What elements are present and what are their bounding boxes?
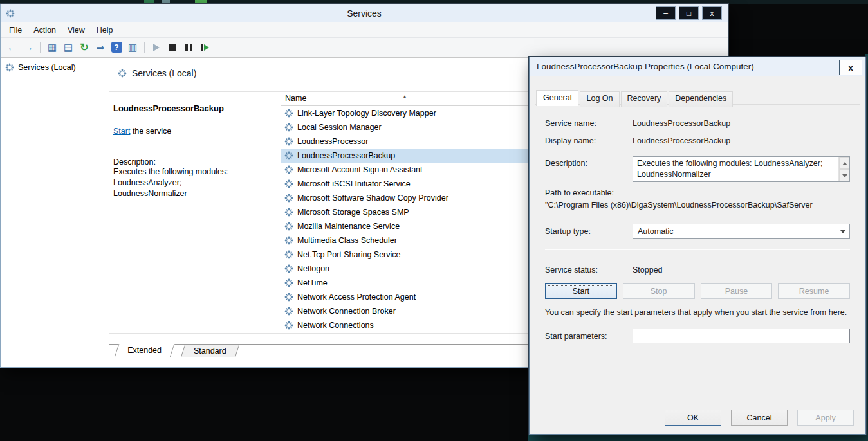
dialog-tab-strip: General Log On Recovery Dependencies <box>530 90 865 106</box>
apply-button: Apply <box>797 410 854 426</box>
service-name-value: LoudnessProcessorBackup <box>633 119 730 128</box>
start-service-link[interactable]: Start <box>113 127 130 136</box>
menu-help[interactable]: Help <box>91 24 119 37</box>
pane-header-title: Services (Local) <box>132 68 196 78</box>
service-name-label: Net.Tcp Port Sharing Service <box>297 250 401 259</box>
refresh-button[interactable]: ↻ <box>77 40 92 55</box>
dialog-footer-buttons: OK Cancel Apply <box>665 410 854 426</box>
properties-dialog: LoudnessProcessorBackup Properties (Loca… <box>529 57 866 435</box>
description-label: Description: <box>113 158 275 166</box>
service-gear-icon <box>284 194 293 203</box>
service-gear-icon <box>284 307 293 316</box>
service-detail-panel: LoudnessProcessorBackup Start the servic… <box>109 92 281 333</box>
window-title: Services <box>1 8 728 19</box>
export-list-icon: ⇒ <box>97 42 105 53</box>
dialog-titlebar[interactable]: LoudnessProcessorBackup Properties (Loca… <box>530 57 865 76</box>
back-button[interactable]: ← <box>5 40 20 55</box>
start-service-line: Start the service <box>113 127 275 136</box>
cancel-button[interactable]: Cancel <box>731 410 788 426</box>
separator-line <box>545 249 850 250</box>
close-button[interactable]: x <box>702 6 722 20</box>
help-button[interactable]: ? <box>109 40 124 55</box>
console-tree-icon: ▦ <box>48 42 57 53</box>
tab-recovery[interactable]: Recovery <box>621 91 668 107</box>
display-name-label: Display name: <box>545 136 633 145</box>
display-name-value: LoudnessProcessorBackup <box>633 136 730 145</box>
extended-view-button[interactable]: ▥ <box>125 40 140 55</box>
tab-dependencies[interactable]: Dependencies <box>669 91 733 107</box>
service-gear-icon <box>284 179 293 188</box>
pause-button: Pause <box>701 283 773 299</box>
show-console-tree-button[interactable]: ▦ <box>44 40 60 55</box>
service-gear-icon <box>284 292 293 302</box>
startup-type-value: Automatic <box>638 227 674 236</box>
description-text: Executes the following modules: Loudness… <box>633 157 838 181</box>
services-window-titlebar[interactable]: Services – □ x <box>1 4 728 22</box>
window-controls: – □ x <box>656 6 722 20</box>
sort-ascending-icon: ▲ <box>402 94 407 100</box>
service-name-label: Link-Layer Topology Discovery Mapper <box>297 109 436 118</box>
ok-button[interactable]: OK <box>665 410 721 426</box>
tab-general[interactable]: General <box>536 90 578 106</box>
stop-icon <box>169 44 176 51</box>
tab-standard-label: Standard <box>194 346 226 356</box>
stop-service-button[interactable] <box>165 40 180 55</box>
service-gear-icon <box>284 208 293 217</box>
services-header-icon <box>118 69 127 78</box>
service-gear-icon <box>284 236 293 245</box>
help-icon: ? <box>111 42 122 53</box>
toolbar: ← → ▦ ▤ ↻ ⇒ ? ▥ <box>1 38 728 57</box>
service-status-label: Service status: <box>545 266 633 274</box>
tab-log-on[interactable]: Log On <box>580 91 619 107</box>
service-gear-icon <box>284 123 293 132</box>
tab-extended[interactable]: Extended <box>115 344 175 357</box>
service-gear-icon <box>284 109 293 118</box>
service-gear-icon <box>284 137 293 146</box>
tree-item-services-local[interactable]: Services (Local) <box>1 61 107 74</box>
maximize-icon: □ <box>687 10 691 17</box>
service-gear-icon <box>284 165 293 174</box>
service-gear-icon <box>284 321 293 330</box>
service-name-label: NetTime <box>297 278 328 287</box>
service-name-label: Microsoft Software Shadow Copy Provider <box>297 194 448 203</box>
service-name-label: Microsoft Storage Spaces SMP <box>297 208 409 217</box>
maximize-button[interactable]: □ <box>679 6 699 20</box>
startup-type-dropdown[interactable]: Automatic <box>633 224 850 239</box>
pause-icon <box>185 44 192 51</box>
scroll-down-icon[interactable] <box>839 169 849 181</box>
start-service-button[interactable] <box>149 40 164 55</box>
forward-button[interactable]: → <box>21 40 36 55</box>
description-line: Executes the following modules: <box>113 166 275 177</box>
tab-standard[interactable]: Standard <box>181 345 239 357</box>
general-tab-page: Service name: LoudnessProcessorBackup Di… <box>535 104 860 406</box>
pause-service-button[interactable] <box>181 40 196 55</box>
service-name-label: Local Session Manager <box>297 123 382 132</box>
dialog-close-button[interactable]: x <box>839 60 862 75</box>
description-label: Description: <box>545 156 633 168</box>
refresh-icon: ↻ <box>80 41 88 53</box>
dialog-title: LoudnessProcessorBackup Properties (Loca… <box>537 62 754 71</box>
service-gear-icon <box>284 222 293 231</box>
menu-action[interactable]: Action <box>28 24 62 37</box>
desktop-bottom-edge <box>528 435 868 441</box>
menu-view[interactable]: View <box>62 24 91 37</box>
export-list-button[interactable]: ⇒ <box>93 40 108 55</box>
description-line: LoudnessNormalizer <box>113 188 275 199</box>
start-parameters-hint: You can specify the start parameters tha… <box>545 307 855 318</box>
restart-service-button[interactable] <box>197 40 212 55</box>
extended-view-icon: ▥ <box>128 42 137 53</box>
toolbar-separator <box>40 42 41 53</box>
description-textbox[interactable]: Executes the following modules: Loudness… <box>633 156 850 182</box>
start-parameters-input[interactable] <box>633 328 850 343</box>
forward-icon: → <box>23 41 34 54</box>
path-value: "C:\Program Files (x86)\DigaSystem\Loudn… <box>545 201 850 210</box>
service-name-label: Network Connection Broker <box>297 307 396 316</box>
scroll-up-icon[interactable] <box>839 157 849 169</box>
menu-file[interactable]: File <box>3 24 28 37</box>
properties-button[interactable]: ▤ <box>60 40 76 55</box>
start-button[interactable]: Start <box>545 283 617 299</box>
service-name-label: Network Access Protection Agent <box>297 292 416 302</box>
menu-bar: File Action View Help <box>1 22 728 38</box>
minimize-button[interactable]: – <box>656 6 676 20</box>
service-gear-icon <box>284 264 293 273</box>
